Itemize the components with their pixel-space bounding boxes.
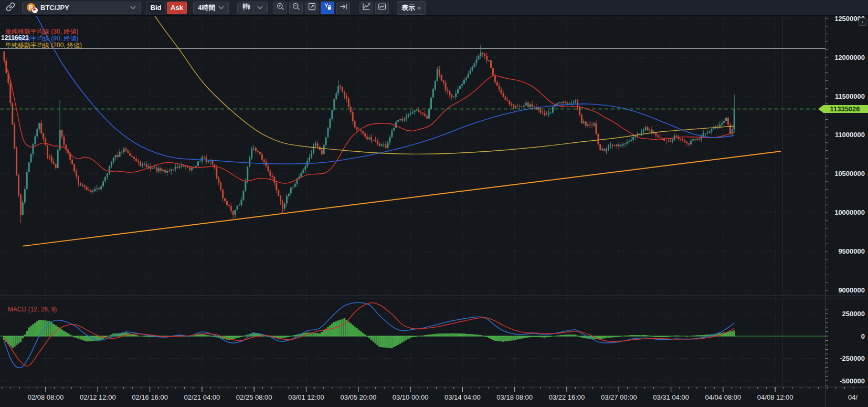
fit-chart-icon: [308, 2, 316, 13]
svg-text:0: 0: [861, 332, 865, 340]
svg-text:04/08 12:00: 04/08 12:00: [757, 393, 793, 401]
link-icon: [6, 2, 15, 14]
ask-button[interactable]: Ask: [167, 2, 187, 14]
svg-text:03/14 04:00: 03/14 04:00: [444, 393, 481, 401]
svg-text:11335026: 11335026: [830, 105, 860, 113]
current-price-badge: 11335026: [818, 105, 868, 113]
svg-text:250000: 250000: [842, 310, 865, 318]
chevron-down-icon: [257, 6, 263, 9]
svg-text:03/10 00:00: 03/10 00:00: [393, 393, 429, 401]
horizontal-line-price-label: 12116621: [1, 35, 29, 41]
chart-type-select[interactable]: [237, 2, 268, 14]
chevron-down-icon: [130, 6, 136, 9]
panel-splitter[interactable]: [0, 296, 868, 298]
y-axis-lock-button[interactable]: [321, 2, 334, 14]
collapse-chevron-icon: ‹: [862, 18, 864, 25]
chart-plus-icon: [362, 2, 371, 13]
svg-text:-500000: -500000: [840, 377, 865, 385]
svg-text:03/18 08:00: 03/18 08:00: [496, 393, 533, 401]
bid-ask-group: Bid Ask: [146, 2, 187, 14]
svg-text:03/27 00:00: 03/27 00:00: [601, 393, 637, 401]
btc-jpy-pair-icon: B: [27, 3, 37, 13]
price-chart-canvas[interactable]: 1250000012000000115000001100000010500000…: [0, 0, 868, 407]
svg-text:02/21 04:00: 02/21 04:00: [184, 393, 220, 401]
svg-text:10000000: 10000000: [834, 208, 865, 216]
svg-text:02/16 16:00: 02/16 16:00: [132, 393, 168, 401]
display-label: 表示: [401, 3, 415, 13]
svg-text:03/01 12:00: 03/01 12:00: [288, 393, 324, 401]
zoom-out-icon: [292, 2, 301, 13]
candlestick-icon: [242, 2, 251, 13]
svg-text:11000000: 11000000: [835, 131, 865, 139]
chart-toolbar: B BTC/JPY Bid Ask 4時間: [0, 0, 868, 16]
legend-sma200[interactable]: 単純移動平均線 (200, 終値): [5, 42, 82, 49]
symbol-select[interactable]: B BTC/JPY: [22, 2, 141, 14]
svg-text:-250000: -250000: [840, 354, 865, 362]
chart-snapshot-icon: [377, 2, 387, 13]
svg-text:9000000: 9000000: [838, 286, 865, 294]
timeframe-select[interactable]: 4時間: [193, 2, 229, 14]
trading-app-window: B BTC/JPY Bid Ask 4時間: [0, 0, 868, 407]
zoom-tool-group: [273, 2, 351, 14]
svg-text:02/08 08:00: 02/08 08:00: [28, 393, 64, 401]
indicators-button[interactable]: [359, 2, 373, 14]
zoom-out-button[interactable]: [289, 2, 303, 14]
symbol-label: BTC/JPY: [40, 4, 69, 12]
zoom-in-button[interactable]: [273, 2, 287, 14]
svg-text:03/22 16:00: 03/22 16:00: [549, 393, 585, 401]
svg-text:12000000: 12000000: [834, 54, 865, 61]
svg-text:10500000: 10500000: [834, 170, 865, 178]
bid-button[interactable]: Bid: [146, 2, 166, 14]
svg-text:04/04 08:00: 04/04 08:00: [705, 393, 742, 401]
svg-text:04/: 04/: [848, 393, 858, 401]
arrow-to-bar-icon: [339, 2, 348, 13]
object-tool-group: [359, 2, 389, 14]
double-chevron-icon: »: [417, 4, 421, 12]
timeframe-label: 4時間: [198, 3, 215, 13]
y-axis-lock-icon: [323, 2, 332, 13]
scroll-to-end-button[interactable]: [336, 2, 350, 14]
display-menu-button[interactable]: 表示 »: [397, 1, 426, 15]
snapshot-button[interactable]: [375, 2, 389, 14]
jpy-flag-icon: [31, 7, 38, 14]
chart-link-button[interactable]: [4, 2, 17, 14]
zoom-in-icon: [276, 2, 285, 13]
svg-text:9500000: 9500000: [838, 247, 865, 255]
svg-text:02/25 08:00: 02/25 08:00: [236, 393, 272, 401]
chevron-down-icon: [218, 6, 224, 9]
svg-text:11500000: 11500000: [835, 92, 865, 100]
svg-text:03/31 04:00: 03/31 04:00: [653, 393, 689, 401]
axis-collapse-button[interactable]: ‹: [859, 18, 866, 26]
svg-text:03/05 20:00: 03/05 20:00: [340, 393, 376, 401]
svg-text:02/12 12:00: 02/12 12:00: [80, 393, 116, 401]
legend-macd[interactable]: MACD (12, 26, 9): [8, 306, 57, 313]
indicator-legend: 単純移動平均線 (30, 終値) 単純移動平均線 (90, 終値) 単純移動平均…: [5, 28, 82, 49]
fit-chart-button[interactable]: [305, 2, 319, 14]
